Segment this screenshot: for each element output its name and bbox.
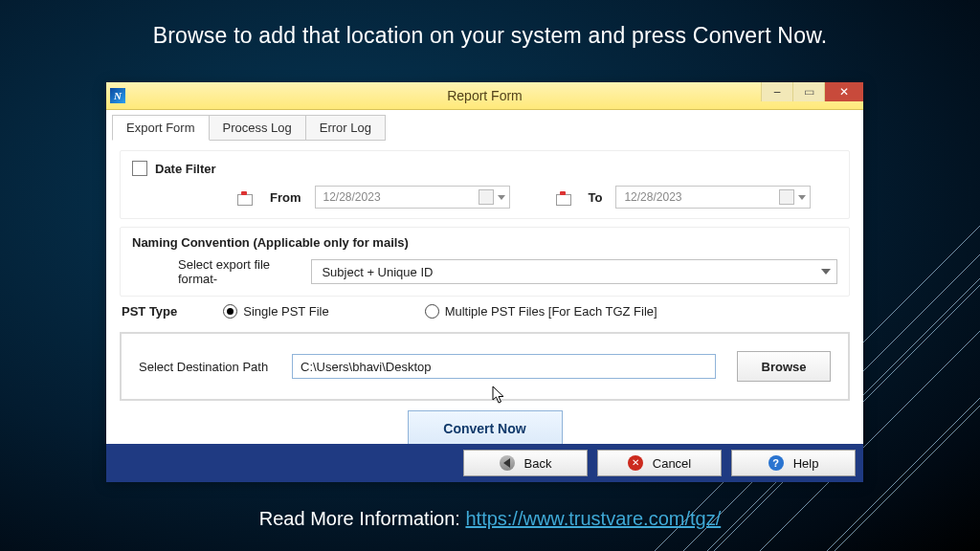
date-filter-label: Date Filter [155, 162, 216, 176]
footer-prefix: Read More Information: [259, 508, 466, 529]
from-date-input[interactable]: 12/28/2023 [315, 186, 510, 209]
calendar-icon [556, 191, 569, 203]
to-date-dropdown[interactable] [779, 189, 806, 205]
pst-radio-single-label: Single PST File [243, 304, 328, 319]
calendar-box-icon [479, 189, 494, 205]
calendar-icon [237, 191, 251, 203]
chevron-down-icon [798, 195, 806, 200]
to-date-value: 12/28/2023 [624, 190, 681, 204]
tab-label: Error Log [320, 121, 371, 135]
help-button[interactable]: Help [731, 450, 856, 476]
calendar-box-icon [779, 189, 794, 205]
pst-radio-multiple[interactable]: Multiple PST Files [For Each TGZ File] [425, 304, 657, 319]
cursor-icon [492, 386, 507, 407]
slide-footer: Read More Information: https://www.trust… [0, 508, 980, 530]
slide-headline: Browse to add that location on your syst… [0, 23, 980, 49]
back-button[interactable]: Back [463, 450, 588, 476]
pst-type-row: PST Type Single PST File Multiple PST Fi… [120, 304, 850, 322]
pst-radio-multiple-label: Multiple PST Files [For Each TGZ File] [445, 304, 657, 319]
footer-link[interactable]: https://www.trustvare.com/tgz/ [465, 508, 721, 529]
tabs-bar: Export Form Process Log Error Log [106, 110, 863, 141]
radio-icon [223, 304, 237, 319]
tab-export-form[interactable]: Export Form [112, 115, 210, 141]
slide-root: Browse to add that location on your syst… [0, 0, 980, 551]
chevron-down-icon [821, 269, 831, 275]
pst-type-label: PST Type [122, 304, 177, 319]
convert-now-label: Convert Now [443, 421, 525, 436]
chevron-down-icon [498, 195, 505, 200]
window-buttons: – ▭ ✕ [761, 82, 863, 101]
window-title: Report Form [106, 88, 863, 103]
tab-process-log[interactable]: Process Log [209, 115, 306, 141]
destination-panel: Select Destination Path C:\Users\bhavi\D… [120, 332, 850, 401]
export-format-value: Subject + Unique ID [322, 265, 433, 279]
convert-now-button[interactable]: Convert Now [408, 410, 563, 447]
cancel-button-label: Cancel [653, 456, 691, 471]
close-button[interactable]: ✕ [824, 82, 863, 101]
back-icon [500, 455, 515, 471]
tab-error-log[interactable]: Error Log [305, 115, 386, 141]
from-date-dropdown[interactable] [479, 189, 505, 205]
to-label: To [589, 190, 603, 205]
tab-label: Export Form [126, 121, 195, 135]
date-filter-checkbox[interactable] [132, 161, 147, 176]
maximize-button[interactable]: ▭ [792, 82, 824, 101]
from-date-value: 12/28/2023 [323, 190, 381, 204]
to-date-input[interactable]: 12/28/2023 [615, 186, 811, 209]
destination-label: Select Destination Path [139, 360, 292, 374]
help-button-label: Help [793, 456, 819, 471]
destination-path-value: C:\Users\bhavi\Desktop [301, 360, 432, 374]
naming-title: Naming Convention (Applicable only for m… [132, 235, 409, 250]
browse-button[interactable]: Browse [737, 351, 831, 382]
naming-panel: Naming Convention (Applicable only for m… [120, 227, 850, 297]
cancel-button[interactable]: Cancel [597, 450, 722, 476]
help-icon [768, 455, 784, 471]
browse-button-label: Browse [762, 360, 807, 374]
tab-label: Process Log [223, 121, 292, 135]
cancel-icon [628, 455, 643, 471]
window-titlebar[interactable]: N Report Form – ▭ ✕ [106, 82, 863, 110]
export-format-select[interactable]: Subject + Unique ID [311, 259, 837, 284]
form-body: Date Filter From 12/28/2023 To 12/28/202… [106, 141, 863, 447]
from-label: From [270, 190, 301, 205]
app-window: N Report Form – ▭ ✕ Export Form Process … [106, 82, 863, 482]
radio-icon [425, 304, 439, 319]
destination-path-input[interactable]: C:\Users\bhavi\Desktop [292, 354, 716, 379]
date-filter-panel: Date Filter From 12/28/2023 To 12/28/202… [120, 150, 850, 219]
pst-radio-single[interactable]: Single PST File [223, 304, 328, 319]
export-format-label: Select export file format- [178, 257, 303, 286]
minimize-button[interactable]: – [761, 82, 792, 101]
back-button-label: Back [524, 456, 552, 471]
window-bottombar: Back Cancel Help [106, 444, 863, 482]
